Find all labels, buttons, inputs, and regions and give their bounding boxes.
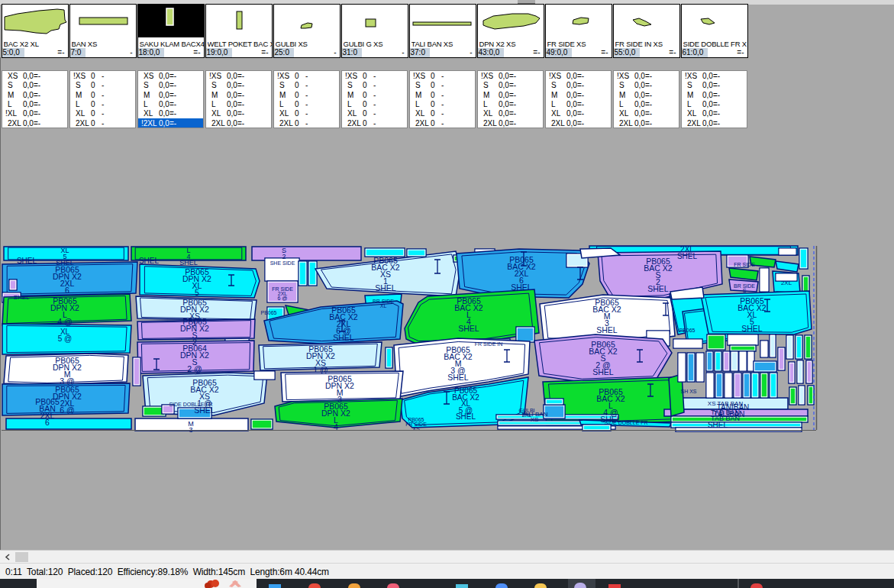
svg-text:S: S xyxy=(743,288,747,293)
svg-text:PB065: PB065 xyxy=(679,328,695,333)
svg-text:SHEL: SHEL xyxy=(647,284,669,293)
svg-text:PB065: PB065 xyxy=(260,310,276,315)
svg-text:SHEL: SHEL xyxy=(708,421,728,429)
svg-text:SHEL: SHEL xyxy=(139,257,160,265)
svg-text:FR SIDE IN: FR SIDE IN xyxy=(475,341,503,347)
svg-text:SIDE DOBLLE FR: SIDE DOBLLE FR xyxy=(604,420,647,425)
svg-text:SHEL: SHEL xyxy=(511,283,532,292)
svg-text:XS: XS xyxy=(531,416,539,423)
svg-text:SHEL: SHEL xyxy=(375,283,396,292)
svg-text:SH XS: SH XS xyxy=(680,389,696,394)
svg-text:SHE SIDE: SHE SIDE xyxy=(270,260,295,266)
svg-text:SHEL: SHEL xyxy=(456,412,476,421)
svg-text:SHEL: SHEL xyxy=(179,259,198,267)
svg-text:FR SIDE: FR SIDE xyxy=(734,262,755,267)
svg-text:5: 5 xyxy=(195,288,199,297)
svg-text:SHEL: SHEL xyxy=(333,333,354,342)
svg-text:2XL: 2XL xyxy=(522,412,532,418)
svg-text:2 @: 2 @ xyxy=(187,364,202,373)
svg-text:6: 6 xyxy=(45,418,50,427)
svg-text:SHEL: SHEL xyxy=(458,324,479,333)
svg-text:TANIBAN: TANIBAN xyxy=(717,403,750,412)
svg-text:2XL: 2XL xyxy=(781,279,792,286)
svg-text:SHEL: SHEL xyxy=(677,252,698,260)
svg-text:4 @: 4 @ xyxy=(57,317,72,326)
svg-text:6: 6 xyxy=(65,286,69,295)
svg-text:SHEL: SHEL xyxy=(596,325,618,334)
svg-text:6 @: 6 @ xyxy=(60,405,74,415)
svg-text:SHEL: SHEL xyxy=(592,367,614,376)
svg-text:SHEL: SHEL xyxy=(741,324,763,333)
svg-text:SHEL: SHEL xyxy=(14,294,30,301)
svg-text:XL: XL xyxy=(380,303,387,309)
svg-text:SHEL: SHEL xyxy=(447,373,469,382)
svg-text:2: 2 xyxy=(282,253,286,260)
svg-text:5 @: 5 @ xyxy=(58,334,73,343)
svg-text:6 @: 6 @ xyxy=(278,296,288,301)
svg-text:1 @: 1 @ xyxy=(313,365,328,374)
svg-text:SIDE DOBLLE FR: SIDE DOBLLE FR xyxy=(169,402,212,407)
svg-text:3: 3 xyxy=(189,426,192,434)
svg-text:SHEL: SHEL xyxy=(17,257,37,265)
